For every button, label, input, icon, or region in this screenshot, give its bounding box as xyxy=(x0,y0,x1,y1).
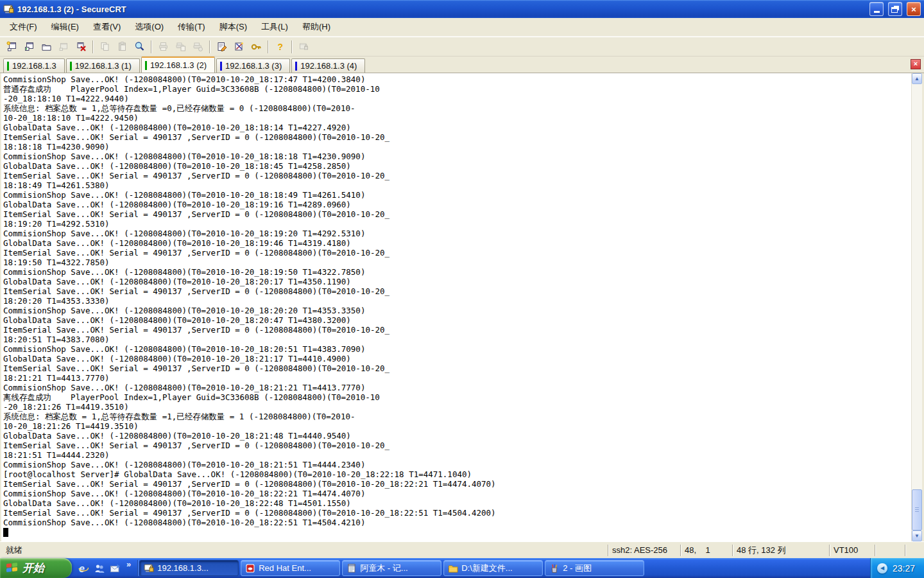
session-options-button[interactable] xyxy=(213,39,230,55)
reconnect-button xyxy=(55,39,72,55)
chevron-left-icon: ◀ xyxy=(880,565,884,571)
ie-icon[interactable]: e xyxy=(78,563,89,574)
status-ready-text: 就绪 xyxy=(2,543,608,558)
terminal-area: CommisionShop Save...OK! (-1208084800)(T… xyxy=(0,73,924,541)
terminal-line: ItemSerial Save...OK! Serial = 490137 ,S… xyxy=(3,325,911,335)
print-icon xyxy=(158,41,169,52)
menu-tools[interactable]: 工具(L) xyxy=(254,18,295,36)
tab-session-1[interactable]: 192.168.1.3 (1) xyxy=(66,58,140,73)
taskbar-button-label: 阿童木 - 记... xyxy=(360,563,407,574)
statusbar-segment xyxy=(905,548,922,552)
terminal-line: CommisionShop Save...OK! (-1208084800)(T… xyxy=(3,229,911,238)
paste-button xyxy=(114,39,130,55)
system-tray: ◀ 23:27 xyxy=(870,558,924,578)
tab-session-4[interactable]: 192.168.1.3 (4) xyxy=(291,58,365,73)
statusbar-segment: ssh2: AES-256 xyxy=(608,543,680,557)
disconnect-button[interactable] xyxy=(73,39,89,55)
close-button[interactable]: × xyxy=(907,2,921,16)
minimize-button[interactable] xyxy=(869,2,884,16)
scroll-down-button[interactable]: ▼ xyxy=(912,530,922,541)
terminal-line: GlobalData Save...OK! (-1208084800)(T0=2… xyxy=(3,354,911,363)
tab-session-2[interactable]: 192.168.1.3 (2) xyxy=(141,57,215,73)
help-icon: ? xyxy=(275,41,286,52)
keygen-wizard-button[interactable] xyxy=(248,39,264,55)
scrollbar-thumb[interactable] xyxy=(912,489,922,530)
toolbar-separator xyxy=(268,40,268,53)
help-button[interactable]: ? xyxy=(271,39,288,55)
statusbar-segment: 48 行, 132 列 xyxy=(733,543,829,558)
paint-icon xyxy=(549,563,560,574)
terminal-line: CommisionShop Save...OK! (-1208084800)(T… xyxy=(3,460,911,469)
global-options-button[interactable] xyxy=(230,39,247,55)
terminal-line: ItemSerial Save...OK! Serial = 490137 ,S… xyxy=(3,132,911,142)
status-bar: 就绪 ssh2: AES-25648, 148 行, 132 列VT100 xyxy=(0,541,924,558)
quicklaunch-overflow[interactable]: » xyxy=(126,558,131,569)
global-options-icon xyxy=(234,41,244,52)
terminal-line: 18:21:51 T1=4444.2320) xyxy=(3,450,911,460)
session-manager-icon xyxy=(41,41,52,52)
taskbar-button-label: 2 - 画图 xyxy=(563,563,592,574)
menu-options[interactable]: 选项(O) xyxy=(128,18,171,36)
menu-edit[interactable]: 编辑(E) xyxy=(44,18,86,36)
connect-in-tab-button[interactable] xyxy=(21,39,37,55)
session-manager-button[interactable] xyxy=(38,39,55,55)
tab-status-indicator xyxy=(145,61,147,70)
terminal-line: CommisionShop Save...OK! (-1208084800)(T… xyxy=(3,306,911,315)
start-button[interactable]: 开始 xyxy=(0,558,72,578)
tab-label: 192.168.1.3 xyxy=(12,61,56,71)
quick-connect-button[interactable] xyxy=(3,39,20,55)
taskbar-button-notepad[interactable]: 阿童木 - 记... xyxy=(342,560,441,576)
notepad-icon xyxy=(346,563,357,574)
window-title: 192.168.1.3 (2) - SecureCRT xyxy=(17,4,865,14)
taskbar-button-label: 192.168.1.3... xyxy=(157,563,209,573)
terminal-line: CommisionShop Save...OK! (-1208084800)(T… xyxy=(3,518,911,527)
terminal-line: CommisionShop Save...OK! (-1208084800)(T… xyxy=(3,383,911,392)
terminal-line: 18:18:49 T1=4261.5380) xyxy=(3,180,911,190)
terminal-line: GlobalData Save...OK! (-1208084800)(T0=2… xyxy=(3,277,911,286)
terminal-line: 18:18:18 T1=4230.9090) xyxy=(3,142,911,152)
terminal-cursor xyxy=(3,528,8,537)
arrow-up-icon: ▲ xyxy=(914,76,920,82)
terminal-line: 10-20_18:21:26 T1=4419.3510) xyxy=(3,421,911,431)
taskbar-button-paint[interactable]: 2 - 画图 xyxy=(545,560,644,576)
taskbar-button-folder[interactable]: D:\新建文件... xyxy=(443,560,543,576)
terminal-output[interactable]: CommisionShop Save...OK! (-1208084800)(T… xyxy=(1,73,911,541)
menu-file[interactable]: 文件(F) xyxy=(3,18,44,36)
title-bar: 192.168.1.3 (2) - SecureCRT × xyxy=(0,0,924,18)
terminal-line: CommisionShop Save...OK! (-1208084800)(T… xyxy=(3,190,911,200)
restore-icon xyxy=(891,7,898,13)
terminal-line: 系统信息: 档案总数 = 1,总等待存盘数量 =0,已经存储数量 = 0 (-1… xyxy=(3,103,911,113)
taskbar-button-redhat[interactable]: Red Hat Ent... xyxy=(241,560,340,576)
print-preview-button xyxy=(172,39,189,55)
securecrt-app-icon xyxy=(3,4,14,15)
outlook-express-icon[interactable] xyxy=(110,563,121,574)
tray-collapse-button[interactable]: ◀ xyxy=(877,563,887,574)
redhat-icon xyxy=(245,563,255,574)
taskbar-button-securecrt[interactable]: 192.168.1.3... xyxy=(139,560,239,576)
tab-session-3[interactable]: 192.168.1.3 (3) xyxy=(216,58,290,73)
toolbar-separator xyxy=(151,40,151,53)
menu-view[interactable]: 查看(V) xyxy=(86,18,128,36)
tab-status-indicator xyxy=(7,62,9,71)
folder-icon xyxy=(448,563,458,574)
securecrt-window: 192.168.1.3 (2) - SecureCRT × 文件(F)编辑(E)… xyxy=(0,0,924,578)
scroll-up-button[interactable]: ▲ xyxy=(912,73,922,84)
tab-close-button[interactable]: × xyxy=(911,59,921,69)
menu-script[interactable]: 脚本(S) xyxy=(212,18,254,36)
terminal-line: CommisionShop Save...OK! (-1208084800)(T… xyxy=(3,489,911,498)
scrollbar-track[interactable] xyxy=(912,84,922,530)
tab-status-indicator xyxy=(295,62,297,71)
messenger-icon[interactable] xyxy=(94,563,105,574)
terminal-line: ItemSerial Save...OK! Serial = 490137 ,S… xyxy=(3,508,911,518)
menu-help[interactable]: 帮助(H) xyxy=(295,18,338,36)
terminal-line: ItemSerial Save...OK! Serial = 490137 ,S… xyxy=(3,286,911,296)
svg-text:e: e xyxy=(79,563,85,574)
session-options-icon xyxy=(216,41,227,52)
terminal-line: 离线存盘成功 PlayerPool Index=1,Player Guid=3C… xyxy=(3,392,911,402)
tab-session-0[interactable]: 192.168.1.3 xyxy=(3,58,65,73)
vertical-scrollbar: ▲ ▼ xyxy=(911,73,922,541)
menu-transfer[interactable]: 传输(T) xyxy=(171,18,212,36)
find-button[interactable] xyxy=(131,39,148,55)
restore-button[interactable] xyxy=(888,2,902,16)
find-icon xyxy=(134,41,145,52)
